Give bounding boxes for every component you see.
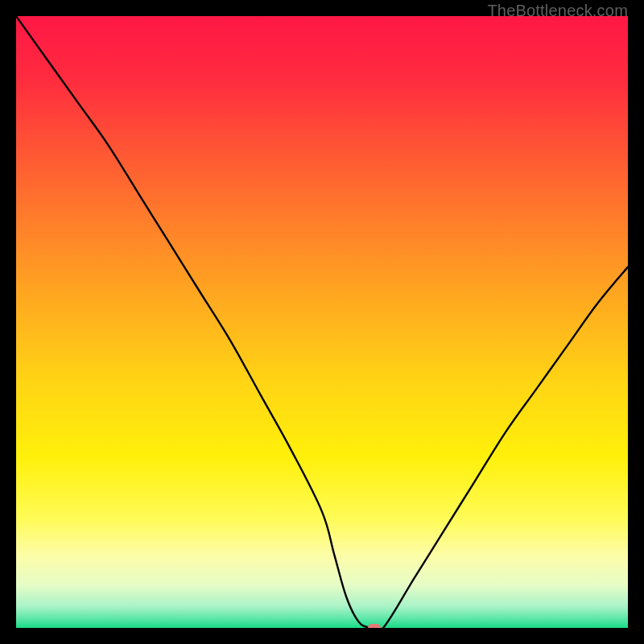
gradient-background bbox=[16, 16, 628, 628]
chart-frame: TheBottleneck.com bbox=[0, 0, 644, 644]
plot-area bbox=[16, 16, 628, 628]
watermark-text: TheBottleneck.com bbox=[487, 2, 628, 20]
optimal-point-marker bbox=[368, 624, 381, 628]
chart-svg bbox=[16, 16, 628, 628]
